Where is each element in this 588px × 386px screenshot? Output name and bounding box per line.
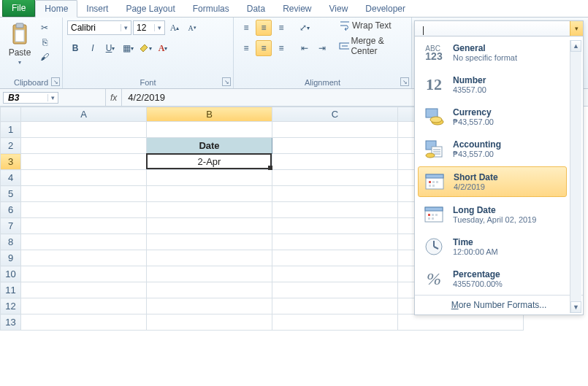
row-header[interactable]: 6: [1, 202, 21, 218]
cell[interactable]: [147, 266, 272, 282]
row-header[interactable]: 11: [1, 282, 21, 298]
cell[interactable]: [272, 298, 398, 314]
merge-center-button[interactable]: Merge & Center: [339, 36, 407, 56]
font-launcher[interactable]: ↘: [222, 77, 231, 86]
tab-insert[interactable]: Insert: [77, 1, 117, 17]
name-box-input[interactable]: [4, 93, 47, 103]
scroll-up-icon[interactable]: ▲: [570, 40, 581, 52]
row-header[interactable]: 8: [1, 234, 21, 250]
align-bottom-button[interactable]: ≡: [273, 20, 289, 36]
cell[interactable]: [21, 282, 147, 298]
cell[interactable]: [147, 314, 272, 331]
cell[interactable]: [21, 202, 147, 218]
grow-font-button[interactable]: A▴: [167, 20, 183, 36]
fx-label[interactable]: fx: [105, 89, 122, 106]
fill-color-button[interactable]: ▾: [137, 40, 153, 56]
cell-b2[interactable]: Date: [147, 138, 272, 154]
cell[interactable]: [21, 154, 147, 170]
tab-formulas[interactable]: Formulas: [184, 1, 238, 17]
underline-button[interactable]: U▾: [102, 40, 118, 56]
cell[interactable]: [21, 250, 147, 266]
italic-button[interactable]: I: [85, 40, 101, 56]
more-number-formats[interactable]: More Number Formats...: [415, 295, 583, 314]
cell[interactable]: [272, 138, 398, 154]
clipboard-launcher[interactable]: ↘: [51, 77, 60, 86]
cell[interactable]: [272, 282, 398, 298]
number-format-item-time[interactable]: Time12:00:00 AM: [415, 231, 570, 263]
cell[interactable]: [272, 202, 398, 218]
font-name-input[interactable]: [68, 23, 121, 33]
cell[interactable]: [272, 170, 398, 186]
number-format-input[interactable]: [415, 21, 570, 36]
cell[interactable]: [272, 154, 398, 170]
number-format-item-currency[interactable]: Currency₱43,557.00: [415, 101, 570, 133]
tab-view[interactable]: View: [321, 1, 357, 17]
cell[interactable]: [272, 266, 398, 282]
chevron-down-icon[interactable]: ▾: [121, 24, 131, 31]
cell[interactable]: [398, 314, 524, 331]
row-header[interactable]: 12: [1, 298, 21, 314]
cell[interactable]: [147, 250, 272, 266]
orientation-button[interactable]: ⤢▾: [297, 20, 313, 36]
row-header[interactable]: 2: [1, 138, 21, 154]
cell[interactable]: [147, 122, 272, 138]
cell[interactable]: [21, 170, 147, 186]
alignment-launcher[interactable]: ↘: [400, 77, 409, 86]
increase-indent-button[interactable]: ⇥: [314, 40, 330, 56]
number-format-item-general[interactable]: ABC123GeneralNo specific format: [415, 36, 570, 69]
cell[interactable]: [272, 218, 398, 234]
row-header[interactable]: 5: [1, 186, 21, 202]
row-header[interactable]: 1: [1, 122, 21, 138]
tab-developer[interactable]: Developer: [356, 1, 414, 17]
format-painter-button[interactable]: 🖌: [38, 50, 51, 63]
row-header[interactable]: 4: [1, 170, 21, 186]
cell[interactable]: [147, 298, 272, 314]
row-header[interactable]: 3: [1, 154, 21, 170]
align-center-button[interactable]: ≡: [256, 40, 272, 56]
shrink-font-button[interactable]: A▾: [184, 20, 200, 36]
number-format-item-accounting[interactable]: Accounting₱43,557.00: [415, 133, 570, 165]
cell[interactable]: [21, 234, 147, 250]
font-color-button[interactable]: A▾: [155, 40, 171, 56]
row-header[interactable]: 7: [1, 218, 21, 234]
number-format-item-shortdate[interactable]: Short Date4/2/2019: [418, 166, 567, 197]
name-box[interactable]: ▾: [3, 92, 58, 104]
align-top-button[interactable]: ≡: [238, 20, 254, 36]
cell[interactable]: [21, 122, 147, 138]
chevron-down-icon[interactable]: ▾: [570, 21, 583, 36]
row-header[interactable]: 9: [1, 250, 21, 266]
tab-file[interactable]: File: [2, 0, 35, 17]
tab-home[interactable]: Home: [35, 0, 77, 18]
wrap-text-button[interactable]: Wrap Text: [339, 20, 407, 31]
select-all-corner[interactable]: [1, 107, 21, 122]
paste-button[interactable]: Paste ▾: [4, 20, 35, 68]
number-format-combo[interactable]: | ▾: [415, 21, 583, 36]
cell[interactable]: [147, 218, 272, 234]
align-middle-button[interactable]: ≡: [256, 20, 272, 36]
cell[interactable]: [147, 186, 272, 202]
col-header-b[interactable]: B: [147, 107, 272, 122]
font-size-combo[interactable]: ▾: [133, 20, 165, 35]
tab-data[interactable]: Data: [238, 1, 274, 17]
cell[interactable]: [21, 298, 147, 314]
cell[interactable]: [272, 314, 398, 331]
cell[interactable]: [147, 282, 272, 298]
chevron-down-icon[interactable]: ▾: [47, 94, 58, 101]
tab-page-layout[interactable]: Page Layout: [117, 1, 183, 17]
col-header-c[interactable]: C: [272, 107, 398, 122]
tab-review[interactable]: Review: [274, 1, 320, 17]
bold-button[interactable]: B: [67, 40, 83, 56]
font-name-combo[interactable]: ▾: [67, 20, 131, 35]
cell[interactable]: [272, 122, 398, 138]
decrease-indent-button[interactable]: ⇤: [297, 40, 313, 56]
copy-button[interactable]: ⎘: [38, 36, 51, 49]
formula-value[interactable]: 4/2/2019: [122, 92, 171, 103]
cell[interactable]: [272, 234, 398, 250]
cell[interactable]: [21, 314, 147, 331]
col-header-a[interactable]: A: [21, 107, 147, 122]
align-right-button[interactable]: ≡: [273, 40, 289, 56]
cell[interactable]: [272, 186, 398, 202]
cell[interactable]: [21, 218, 147, 234]
chevron-down-icon[interactable]: ▾: [154, 24, 164, 31]
cell[interactable]: [272, 250, 398, 266]
